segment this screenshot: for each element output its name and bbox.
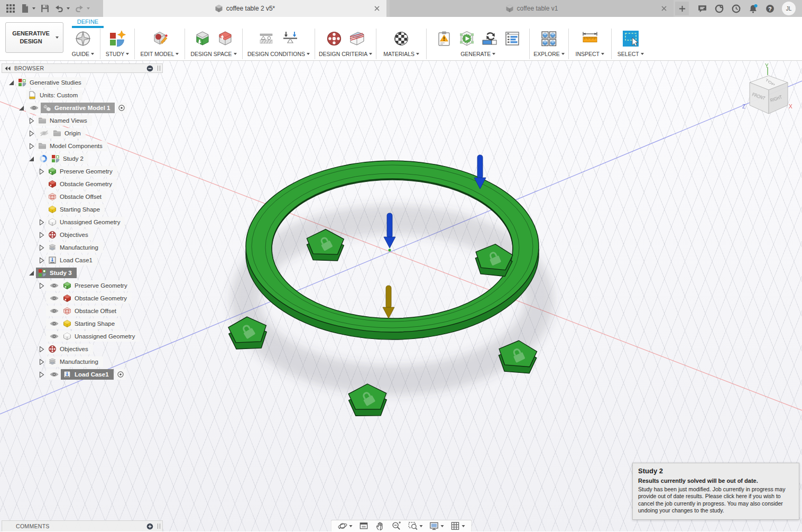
browser-row-obstacle-offset[interactable]: Obstacle Offset [2, 305, 163, 317]
undo-button[interactable] [53, 3, 71, 14]
objectives-icon[interactable] [325, 30, 343, 48]
expander-open-icon[interactable] [8, 79, 16, 86]
generate-icon[interactable] [458, 30, 476, 48]
browser-row-unassigned-geometry[interactable]: Unassigned Geometry [2, 216, 163, 228]
zoom-button[interactable] [389, 520, 403, 532]
display-settings-button[interactable] [427, 520, 446, 532]
browser-row-study-2[interactable]: Study 2 [2, 152, 163, 165]
orbit-button[interactable] [335, 520, 354, 532]
loads-icon[interactable] [281, 30, 299, 48]
save-button[interactable] [39, 3, 51, 14]
obstacle-space-icon[interactable] [216, 30, 234, 48]
expander-closed-icon[interactable] [38, 346, 46, 353]
visibility-eye-icon[interactable] [49, 295, 59, 302]
pre-check-icon[interactable] [435, 30, 453, 48]
explore-icon[interactable] [540, 30, 558, 48]
visibility-eye-icon[interactable] [49, 320, 59, 327]
materials-icon[interactable] [392, 30, 410, 48]
browser-row-load-case1[interactable]: Load Case1 [2, 254, 163, 267]
expander-closed-icon[interactable] [38, 371, 46, 378]
new-study-icon[interactable] [108, 30, 126, 48]
browser-row-units-custom[interactable]: Units: Custom [2, 89, 163, 102]
edit-model-icon[interactable] [151, 30, 169, 48]
redo-button[interactable] [73, 3, 91, 14]
expander-closed-icon[interactable] [38, 257, 46, 264]
expander-closed-icon[interactable] [38, 168, 46, 175]
job-status-icon[interactable] [714, 4, 724, 14]
browser-row-obstacle-geometry[interactable]: Obstacle Geometry [2, 178, 163, 190]
ribbon-dropdown-inspect[interactable]: INSPECT [576, 51, 605, 57]
expander-closed-icon[interactable] [28, 130, 36, 137]
app-grid-button[interactable] [4, 3, 17, 14]
expander-closed-icon[interactable] [38, 219, 46, 226]
grid-settings-button[interactable] [448, 520, 467, 532]
browser-row-obstacle-geometry[interactable]: Obstacle Geometry [2, 292, 163, 305]
browser-row-objectives[interactable]: Objectives [2, 343, 163, 355]
visibility-eye-off-icon[interactable] [39, 130, 49, 137]
look-at-button[interactable] [356, 520, 371, 532]
fit-button[interactable] [405, 520, 425, 532]
ribbon-dropdown-explore[interactable]: EXPLORE [533, 51, 565, 57]
browser-row-starting-shape[interactable]: Starting Shape [2, 203, 163, 216]
file-menu-button[interactable] [19, 3, 37, 14]
browser-row-generative-studies[interactable]: Generative Studies [2, 76, 163, 89]
browser-row-model-components[interactable]: Model Components [2, 140, 163, 152]
select-icon[interactable] [622, 30, 640, 48]
ribbon-dropdown-design-criteria[interactable]: DESIGN CRITERIA [319, 51, 372, 57]
preserve-space-icon[interactable] [193, 30, 211, 48]
new-tab-button[interactable] [675, 2, 689, 15]
browser-row-load-case1[interactable]: Load Case1 [2, 368, 163, 381]
visibility-eye-icon[interactable] [49, 282, 59, 289]
browser-row-generative-model-1[interactable]: Generative Model 1 [2, 102, 163, 114]
pan-button[interactable] [373, 520, 387, 532]
browser-row-origin[interactable]: Origin [2, 127, 163, 140]
document-tab-inactive[interactable]: coffee table v1 [390, 0, 674, 17]
expander-closed-icon[interactable] [28, 117, 36, 124]
close-tab-icon[interactable] [661, 5, 667, 12]
browser-row-unassigned-geometry[interactable]: Unassigned Geometry [2, 330, 163, 343]
expander-open-icon[interactable] [28, 155, 36, 162]
browser-row-starting-shape[interactable]: Starting Shape [2, 317, 163, 330]
measure-icon[interactable] [581, 30, 599, 48]
visibility-eye-icon[interactable] [49, 307, 59, 315]
expander-closed-icon[interactable] [38, 244, 46, 251]
ribbon-dropdown-guide[interactable]: GUIDE [72, 51, 94, 57]
browser-row-study-3[interactable]: Study 3 [2, 267, 163, 279]
activate-radio-icon[interactable] [115, 369, 126, 380]
visibility-eye-icon[interactable] [49, 371, 59, 378]
help-icon[interactable]: ? [765, 4, 775, 14]
viewport-3d[interactable]: TOP FRONT RIGHT Y Z X BROWSER Generative… [0, 61, 802, 531]
browser-row-preserve-geometry[interactable]: Preserve Geometry [2, 165, 163, 178]
visibility-eye-icon[interactable] [29, 104, 39, 112]
compass-icon[interactable] [74, 30, 92, 48]
viewcube[interactable]: TOP FRONT RIGHT Y Z X [742, 63, 792, 114]
expander-closed-icon[interactable] [38, 282, 46, 289]
tab-define[interactable]: DEFINE [72, 19, 104, 25]
browser-row-objectives[interactable]: Objectives [2, 228, 163, 241]
close-tab-icon[interactable] [374, 5, 380, 12]
ribbon-dropdown-materials[interactable]: MATERIALS [383, 51, 419, 57]
browser-row-manufacturing[interactable]: Manufacturing [2, 355, 163, 368]
ribbon-dropdown-design-conditions[interactable]: DESIGN CONDITIONS [247, 51, 310, 57]
ribbon-dropdown-edit-model[interactable]: EDIT MODEL [141, 51, 179, 57]
ribbon-dropdown-generate[interactable]: GENERATE [460, 51, 495, 57]
clock-history-icon[interactable] [731, 4, 741, 14]
activate-radio-icon[interactable] [116, 103, 127, 113]
notifications-bell-icon[interactable] [748, 4, 758, 14]
panel-drag-handle[interactable] [158, 524, 160, 529]
browser-row-manufacturing[interactable]: Manufacturing [2, 241, 163, 254]
panel-drag-handle[interactable] [158, 66, 160, 71]
comments-panel[interactable]: COMMENTS [2, 520, 163, 531]
job-status-icon[interactable] [481, 30, 499, 48]
browser-header[interactable]: BROWSER [2, 63, 163, 73]
collapse-panel-icon[interactable] [4, 65, 11, 72]
visibility-eye-icon[interactable] [49, 333, 59, 340]
add-comment-icon[interactable] [146, 523, 153, 530]
ribbon-dropdown-study[interactable]: STUDY [106, 51, 130, 57]
criteria-volume-icon[interactable] [348, 30, 366, 48]
remove-panel-icon[interactable] [146, 65, 153, 72]
expander-closed-icon[interactable] [38, 359, 46, 365]
expander-open-icon[interactable] [18, 105, 26, 112]
expander-open-icon[interactable] [28, 270, 36, 277]
ribbon-dropdown-select[interactable]: SELECT [617, 51, 644, 57]
